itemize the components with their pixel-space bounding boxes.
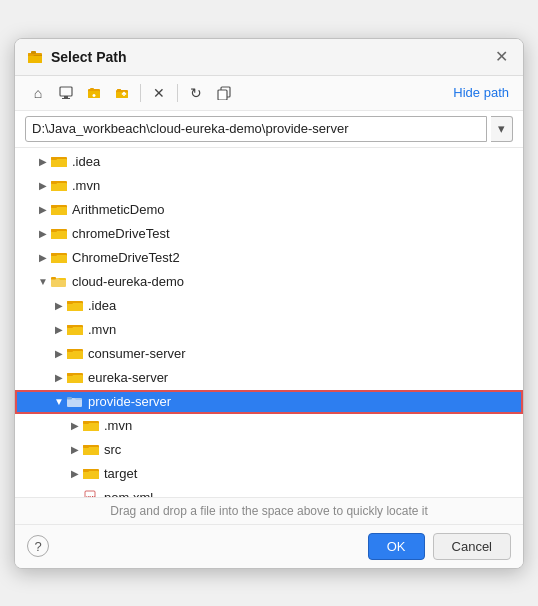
chevron-right-icon: ▶ [51, 370, 67, 386]
help-button[interactable]: ? [27, 535, 49, 557]
folder-icon [51, 226, 67, 242]
tree-item-label: pom.xml [104, 490, 153, 498]
tree-item-label: chromeDriveTest [72, 226, 170, 241]
folder-open-icon [67, 394, 83, 410]
svg-rect-28 [51, 231, 67, 239]
svg-rect-46 [67, 373, 73, 376]
home-button[interactable]: ⌂ [25, 80, 51, 106]
svg-rect-34 [51, 277, 56, 280]
chevron-right-icon: ▶ [67, 466, 83, 482]
folder-icon [83, 442, 99, 458]
tree-item[interactable]: ▶ ArithmeticDemo [15, 198, 523, 222]
tree-item-label: ChromeDriveTest2 [72, 250, 180, 265]
hint-text: Drag and drop a file into the space abov… [110, 504, 428, 518]
svg-rect-56 [83, 471, 99, 479]
new-folder-button[interactable] [81, 80, 107, 106]
toolbar: ⌂ ✕ ↻ Hide path [15, 76, 523, 111]
xml-file-icon: XML M [83, 490, 99, 498]
folder-icon [51, 202, 67, 218]
svg-rect-20 [51, 157, 57, 160]
tree-item-label: .idea [88, 298, 116, 313]
ok-button[interactable]: OK [368, 533, 425, 560]
tree-item[interactable]: ▶ .mvn [15, 174, 523, 198]
svg-rect-6 [62, 98, 70, 99]
tree-item[interactable]: ▶ .idea [15, 150, 523, 174]
chevron-right-icon: ▶ [67, 442, 83, 458]
folder-icon [83, 418, 99, 434]
tree-item[interactable]: ▶ target [15, 462, 523, 486]
chevron-right-icon: ▶ [35, 178, 51, 194]
tree-item[interactable]: ▶ XML M pom.xml [15, 486, 523, 498]
svg-rect-9 [90, 88, 94, 90]
svg-rect-26 [51, 205, 57, 208]
folder-icon [51, 178, 67, 194]
tree-item[interactable]: ▶ chromeDriveTest [15, 222, 523, 246]
tree-item[interactable]: ▶ eureka-server [15, 366, 523, 390]
close-button[interactable]: ✕ [491, 47, 511, 67]
tree-item-label: consumer-server [88, 346, 186, 361]
folder-icon [67, 298, 83, 314]
cancel-button[interactable]: Cancel [433, 533, 511, 560]
tree-item[interactable]: ▶ .mvn [15, 318, 523, 342]
svg-rect-19 [51, 159, 67, 167]
path-dropdown-button[interactable]: ▾ [491, 116, 513, 142]
svg-rect-53 [83, 447, 99, 455]
chevron-right-icon: ▶ [35, 154, 51, 170]
svg-rect-43 [67, 349, 73, 352]
desktop-button[interactable] [53, 80, 79, 106]
separator-2 [177, 84, 178, 102]
tree-item-selected[interactable]: ▼ provide-server [15, 390, 523, 414]
svg-rect-54 [83, 445, 89, 448]
svg-rect-42 [67, 351, 83, 359]
folder-up-button[interactable] [109, 80, 135, 106]
tree-item-label: provide-server [88, 394, 171, 409]
tree-item[interactable]: ▶ src [15, 438, 523, 462]
path-input[interactable] [25, 116, 487, 142]
svg-rect-1 [28, 55, 42, 63]
chevron-right-icon: ▶ [51, 298, 67, 314]
path-bar: ▾ [15, 111, 523, 148]
tree-item[interactable]: ▶ .idea [15, 294, 523, 318]
tree-item-label: .mvn [88, 322, 116, 337]
tree-item-label: .idea [72, 154, 100, 169]
svg-rect-31 [51, 255, 67, 263]
select-path-dialog: Select Path ✕ ⌂ ✕ ↻ Hide path ▾ ▶ [14, 38, 524, 569]
svg-rect-25 [51, 207, 67, 215]
svg-rect-23 [51, 181, 57, 184]
folder-icon [83, 466, 99, 482]
chevron-right-icon: ▶ [35, 202, 51, 218]
svg-rect-3 [31, 51, 36, 54]
tree-item-label: eureka-server [88, 370, 168, 385]
folder-icon [67, 322, 83, 338]
svg-rect-36 [67, 303, 83, 311]
tree-item[interactable]: ▶ ChromeDriveTest2 [15, 246, 523, 270]
svg-rect-57 [83, 469, 89, 472]
tree-item[interactable]: ▼ cloud-eureka-demo [15, 270, 523, 294]
chevron-down-icon: ▼ [51, 394, 67, 410]
file-tree[interactable]: ▶ .idea ▶ .mvn ▶ ArithmeticDemo ▶ [15, 148, 523, 498]
tree-item[interactable]: ▶ consumer-server [15, 342, 523, 366]
tree-item[interactable]: ▶ .mvn [15, 414, 523, 438]
chevron-right-icon: ▶ [51, 322, 67, 338]
refresh-button[interactable]: ↻ [183, 80, 209, 106]
delete-button[interactable]: ✕ [146, 80, 172, 106]
svg-rect-13 [116, 92, 128, 98]
action-bar: ? OK Cancel [15, 525, 523, 568]
svg-rect-17 [218, 90, 227, 100]
svg-rect-5 [64, 96, 68, 98]
chevron-right-icon: ▶ [35, 226, 51, 242]
hide-path-button[interactable]: Hide path [449, 83, 513, 102]
tree-item-label: .mvn [72, 178, 100, 193]
tree-item-label: cloud-eureka-demo [72, 274, 184, 289]
chevron-down-icon: ▼ [35, 274, 51, 290]
svg-rect-29 [51, 229, 57, 232]
svg-rect-4 [60, 87, 72, 96]
folder-open-icon [51, 274, 67, 290]
chevron-right-icon: ▶ [35, 250, 51, 266]
svg-rect-45 [67, 375, 83, 383]
folder-icon [67, 370, 83, 386]
svg-rect-22 [51, 183, 67, 191]
copy-button[interactable] [211, 80, 237, 106]
tree-item-label: ArithmeticDemo [72, 202, 164, 217]
folder-icon [51, 154, 67, 170]
